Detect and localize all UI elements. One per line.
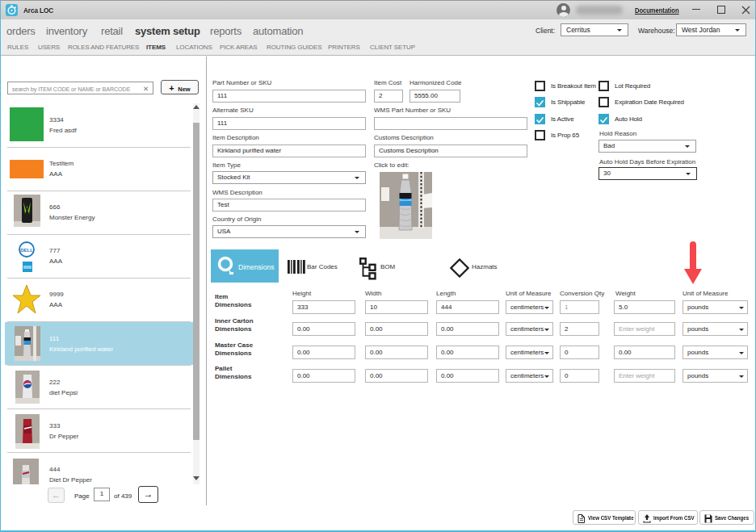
svg-text:DELL: DELL	[20, 248, 33, 253]
